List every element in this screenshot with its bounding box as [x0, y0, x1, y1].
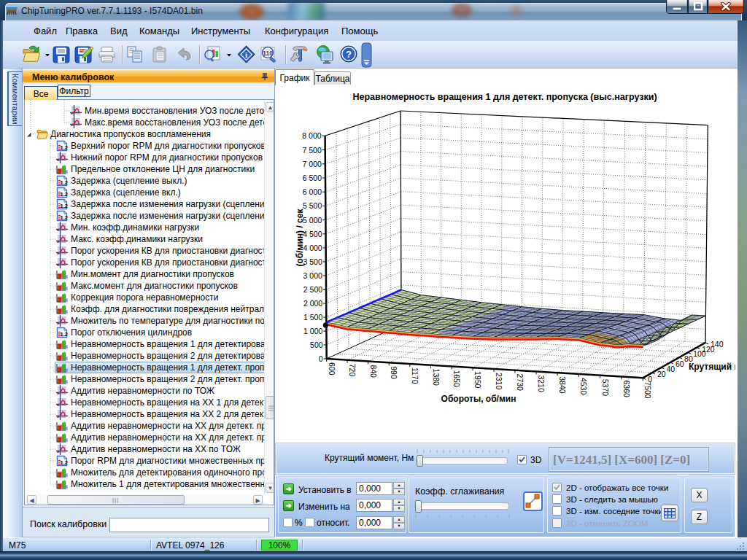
svg-text:1950: 1950 — [473, 371, 482, 389]
svg-text:0: 0 — [648, 375, 652, 384]
svg-text:840: 840 — [369, 365, 378, 378]
svg-text:60: 60 — [676, 359, 684, 368]
svg-text:(об/мин) / сек: (об/мин) / сек — [295, 209, 305, 267]
svg-text:4 500: 4 500 — [303, 230, 322, 238]
svg-text:6 000: 6 000 — [303, 187, 322, 196]
svg-text:3 000: 3 000 — [303, 271, 322, 280]
svg-text:2310: 2310 — [495, 373, 503, 390]
svg-text:110: 110 — [263, 50, 273, 57]
svg-text:5 000: 5 000 — [303, 216, 322, 225]
svg-text:20: 20 — [657, 370, 666, 378]
svg-text:0: 0 — [319, 354, 323, 363]
svg-text:2 000: 2 000 — [303, 299, 322, 308]
svg-text:6 500: 6 500 — [303, 174, 322, 182]
svg-text:600: 600 — [328, 362, 336, 376]
svg-text:Крутящий момент, Нм: Крутящий момент, Нм — [689, 362, 735, 372]
svg-text:2 500: 2 500 — [303, 285, 322, 294]
svg-text:3 500: 3 500 — [303, 257, 322, 266]
svg-text:40: 40 — [667, 365, 676, 373]
svg-text:140: 140 — [711, 340, 724, 349]
svg-text:5 500: 5 500 — [303, 201, 322, 210]
svg-text:Обороты, об/мин: Обороты, об/мин — [441, 394, 516, 404]
svg-text:2730: 2730 — [516, 374, 525, 392]
svg-text:1650: 1650 — [452, 370, 461, 387]
svg-text:1 500: 1 500 — [303, 313, 322, 322]
svg-text:Неравномерность вращения 1 для: Неравномерность вращения 1 для детект. п… — [352, 92, 657, 102]
svg-text:3840: 3840 — [558, 376, 567, 394]
svg-text:8 000: 8 000 — [302, 131, 321, 140]
svg-text:7 000: 7 000 — [303, 160, 322, 168]
svg-text:4 000: 4 000 — [303, 244, 322, 252]
svg-text:i: i — [245, 50, 247, 59]
svg-text:990: 990 — [390, 366, 398, 379]
svg-text:5370: 5370 — [601, 379, 610, 397]
svg-text:1170: 1170 — [411, 368, 419, 384]
svg-text:7500: 7500 — [643, 381, 652, 399]
svg-text:3210: 3210 — [537, 375, 546, 392]
svg-text:1 000: 1 000 — [303, 327, 322, 335]
svg-text:4530: 4530 — [579, 378, 588, 395]
svg-text:6360: 6360 — [622, 381, 631, 398]
svg-text:720: 720 — [348, 364, 357, 377]
svg-text:?: ? — [346, 49, 352, 60]
svg-text:500: 500 — [310, 341, 323, 349]
svg-text:1380: 1380 — [432, 369, 441, 386]
svg-text:7 500: 7 500 — [303, 146, 322, 155]
